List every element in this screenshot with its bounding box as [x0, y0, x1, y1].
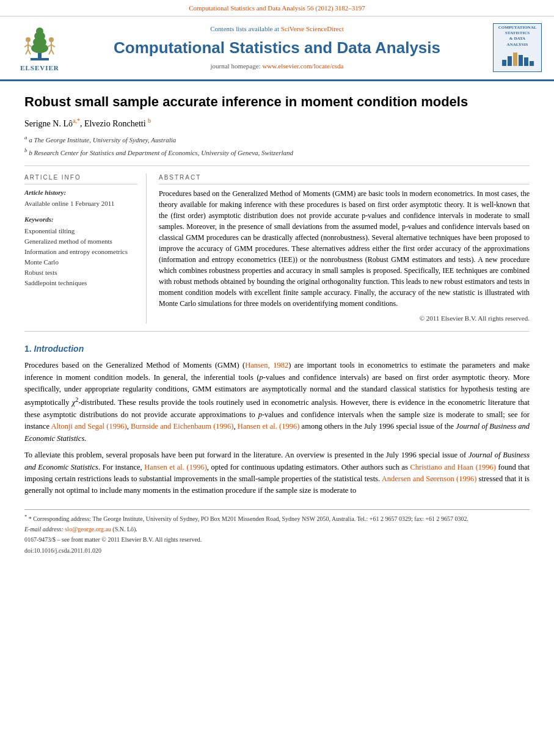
abstract-label: ABSTRACT [159, 173, 530, 185]
affil-b: b b Research Center for Statistics and D… [24, 147, 530, 158]
hansen-1982-link[interactable]: Hansen, 1982 [245, 361, 288, 369]
keyword-3: Information and entropy econometrics [24, 247, 137, 257]
keywords-list: Exponential tilting Generalized method o… [24, 227, 137, 288]
hansen1996-link[interactable]: Hansen et al. (1996) [238, 422, 300, 431]
elsevier-tree-icon [18, 23, 61, 62]
history-label: Article history: [24, 188, 137, 198]
keyword-6: Saddlepoint techniques [24, 278, 137, 288]
svg-point-6 [26, 37, 31, 42]
journal-reference: Computational Statistics and Data Analys… [189, 4, 365, 12]
journal-homepage: journal homepage: www.elsevier.com/locat… [67, 62, 487, 71]
hansen1996b-link[interactable]: Hansen et al. (1996) [144, 463, 207, 471]
intro-paragraph-1: Procedures based on the Generalized Meth… [24, 360, 530, 445]
keyword-5: Robust tests [24, 268, 137, 278]
homepage-prefix: journal homepage: [211, 62, 261, 70]
sciverse-link-line: Contents lists available at SciVerse Sci… [67, 24, 487, 34]
csda-logo-chart [501, 50, 534, 71]
svg-line-17 [51, 49, 54, 54]
keywords-label: Keywords: [24, 215, 137, 225]
sciverse-prefix: Contents lists available at [210, 25, 279, 32]
section-title: Introduction [34, 344, 84, 354]
journal-header: ELSEVIER Contents lists available at Sci… [0, 16, 554, 81]
csda-logo-text: COMPUTATIONALSTATISTICS& DATAANALYSIS [498, 25, 537, 47]
journal-title: Computational Statistics and Data Analys… [67, 37, 487, 60]
affiliations: a a The George Institute, University of … [24, 134, 530, 158]
keyword-1: Exponential tilting [24, 227, 137, 236]
journal-reference-bar: Computational Statistics and Data Analys… [0, 0, 554, 16]
svg-line-11 [28, 49, 31, 54]
paper-title: Robust small sample accurate inference i… [24, 93, 530, 111]
svg-rect-22 [524, 57, 528, 66]
issn-line: 0167-9473/$ – see front matter © 2011 El… [24, 536, 530, 545]
section-number: 1. [24, 344, 34, 354]
introduction-section: 1. Introduction Procedures based on the … [24, 343, 530, 497]
andersen-link[interactable]: Andersen and Sørenson (1996) [382, 474, 477, 483]
burnside-link[interactable]: Burnside and Eichenbaum (1996) [131, 422, 234, 431]
homepage-link[interactable]: www.elsevier.com/locate/csda [262, 62, 343, 70]
altonji-link[interactable]: Altonji and Segal (1996) [51, 422, 126, 431]
affil-a: a a The George Institute, University of … [24, 134, 530, 145]
elsevier-wordmark: ELSEVIER [20, 64, 59, 73]
svg-line-10 [26, 49, 28, 54]
doi-line: doi:10.1016/j.csda.2011.01.020 [24, 547, 530, 556]
keyword-2: Generalized method of moments [24, 237, 137, 247]
authors-line: Serigne N. Lôa,*, Elvezio Ronchetti b [24, 117, 530, 130]
abstract-col: ABSTRACT Procedures based on the General… [159, 173, 530, 324]
sciverse-link[interactable]: SciVerse ScienceDirect [281, 25, 344, 32]
svg-rect-23 [530, 61, 534, 66]
article-info-abstract: ARTICLE INFO Article history: Available … [24, 173, 530, 324]
svg-rect-20 [513, 53, 517, 66]
csda-logo-right: COMPUTATIONALSTATISTICS& DATAANALYSIS [487, 23, 542, 72]
intro-paragraph-2: To alleviate this problem, several propo… [24, 449, 530, 497]
author-a: Serigne N. Lôa,*, Elvezio Ronchetti b [24, 119, 151, 128]
article-info-label: ARTICLE INFO [24, 173, 137, 185]
article-info-col: ARTICLE INFO Article history: Available … [24, 173, 147, 324]
email-address: E-mail address: slo@george.org.au (S.N. … [24, 525, 530, 534]
copyright: © 2011 Elsevier B.V. All rights reserved… [159, 314, 530, 324]
section-divider [24, 165, 530, 166]
svg-point-12 [49, 37, 54, 42]
svg-line-16 [49, 49, 51, 54]
corresponding-address: * * Corresponding address: The George In… [24, 514, 530, 523]
christiano-link[interactable]: Christiano and Haan (1996) [410, 463, 496, 471]
keywords-block: Keywords: Exponential tilting Generalize… [24, 215, 137, 288]
body-divider [24, 331, 530, 332]
svg-rect-19 [508, 56, 512, 66]
intro-heading: 1. Introduction [24, 343, 530, 355]
journal-title-area: Contents lists available at SciVerse Sci… [67, 24, 487, 71]
svg-rect-21 [519, 55, 523, 66]
csda-logo-box: COMPUTATIONALSTATISTICS& DATAANALYSIS [493, 23, 542, 72]
keyword-4: Monte Carlo [24, 258, 137, 267]
svg-rect-18 [502, 60, 506, 66]
abstract-paragraph: Procedures based on the Generalized Meth… [159, 188, 530, 309]
elsevier-logo-left: ELSEVIER [12, 23, 67, 73]
svg-rect-1 [31, 58, 49, 60]
footnote-section: * * Corresponding address: The George In… [24, 509, 530, 556]
email-link[interactable]: slo@george.org.au [65, 526, 111, 532]
paper-content: Robust small sample accurate inference i… [0, 81, 554, 568]
svg-point-5 [36, 27, 43, 35]
available-online: Available online 1 February 2011 [24, 199, 137, 209]
article-history-block: Article history: Available online 1 Febr… [24, 188, 137, 209]
abstract-text: Procedures based on the Generalized Meth… [159, 188, 530, 309]
